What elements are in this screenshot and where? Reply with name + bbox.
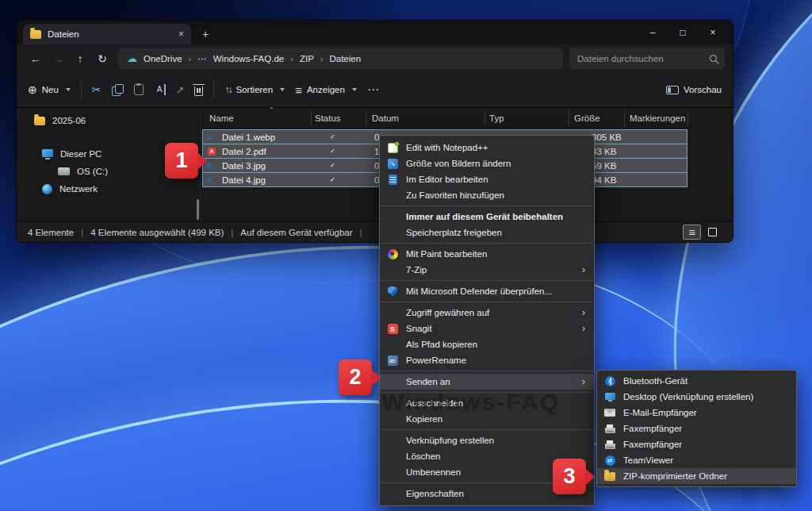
share-button[interactable]: ↗ (176, 84, 185, 96)
menu-item-kopieren[interactable]: Kopieren (380, 411, 594, 427)
search-icon[interactable] (710, 55, 717, 62)
icons-view-button[interactable] (703, 225, 722, 240)
breadcrumb-item[interactable]: Windows-FAQ.de (213, 54, 284, 63)
copy-icon (112, 84, 124, 95)
column-header-groesse[interactable]: Größe (574, 108, 600, 129)
menu-item-ausschneiden[interactable]: Ausschneiden (380, 395, 594, 411)
delete-button[interactable] (194, 84, 203, 96)
maximize-button[interactable]: □ (668, 27, 698, 38)
preview-button[interactable]: Vorschau (666, 85, 722, 94)
menu-item-mit-paint-bearbeiten[interactable]: Mit Paint bearbeiten (380, 246, 594, 262)
column-header-markierungen[interactable]: Markierungen (630, 108, 685, 129)
icon-spacer (386, 450, 399, 463)
menu-item-als-pfad-kopieren[interactable]: Als Pfad kopieren (380, 336, 594, 352)
menu-item-senden-an[interactable]: Senden an (380, 374, 594, 390)
icon-spacer (386, 306, 399, 319)
tab-dateien[interactable]: Dateien × (23, 24, 191, 44)
submenu-item-label: E-Mail-Empfänger (623, 408, 697, 417)
search-placeholder: Dateien durchsuchen (577, 54, 710, 63)
explorer-window: Dateien × + – □ × ← → ↑ ↻ ☁ OneDrive › ⋯… (16, 20, 733, 243)
send-to-submenu: Bluetooth-Gerät Desktop (Verknüpfung ers… (596, 370, 797, 487)
sidebar-scrollbar[interactable] (197, 199, 199, 220)
menu-item-defender-ueberpruefen[interactable]: Mit Microsoft Defender überprüfen... (380, 283, 594, 299)
file-size: 305 KB (592, 130, 622, 144)
menu-item-im-editor-bearbeiten[interactable]: Im Editor bearbeiten (380, 171, 594, 187)
minimize-button[interactable]: – (638, 27, 668, 38)
column-divider[interactable] (688, 110, 688, 126)
refresh-button[interactable]: ↻ (91, 52, 113, 65)
availability-status: Auf diesem Gerät verfügbar (240, 228, 352, 237)
file-name: Datei 1.webp (222, 130, 275, 144)
sidebar-item-netzwerk[interactable]: Netzwerk (17, 180, 200, 198)
menu-item-label: Mit Microsoft Defender überprüfen... (406, 286, 552, 296)
menu-item-speicherplatz-freigeben[interactable]: Speicherplatz freigeben (380, 225, 594, 240)
icon-spacer (386, 375, 399, 388)
menu-item-edit-with-notepadpp[interactable]: Edit with Notepad++ (380, 140, 594, 156)
column-divider[interactable] (569, 110, 569, 126)
cut-button[interactable]: ✂ (92, 83, 102, 96)
paste-button[interactable] (134, 84, 144, 95)
menu-item-7zip[interactable]: 7-Zip (380, 262, 594, 278)
icon-spacer (386, 338, 399, 351)
breadcrumb-item[interactable]: OneDrive (144, 54, 182, 63)
column-divider[interactable] (485, 110, 485, 126)
column-header-name[interactable]: Name (209, 108, 234, 129)
icon-spacer (386, 263, 399, 276)
command-toolbar: ⊕ Neu ✂ A ↗ ↑↓ Sortieren ≡ Anzeigen ⋯ (17, 72, 733, 108)
rename-button[interactable]: A (154, 84, 166, 95)
column-header-typ[interactable]: Typ (489, 108, 504, 129)
submenu-item-teamviewer[interactable]: TeamViewer (597, 452, 796, 468)
submenu-item-desktop-verknuepfung[interactable]: Desktop (Verknüpfung erstellen) (597, 389, 796, 405)
view-lines-icon: ≡ (295, 83, 302, 97)
view-button[interactable]: ≡ Anzeigen (295, 83, 357, 97)
back-button[interactable]: ← (25, 52, 47, 65)
submenu-item-label: Faxempfänger (623, 424, 682, 433)
explorer-content: 2025-06 Dieser PC OS (C:) Netzwerk Name (17, 108, 733, 221)
submenu-item-faxempfaenger-2[interactable]: Faxempfänger (597, 436, 796, 452)
sidebar-item-2025-06[interactable]: 2025-06 (17, 112, 200, 129)
desktop: Dateien × + – □ × ← → ↑ ↻ ☁ OneDrive › ⋯… (0, 0, 812, 511)
submenu-item-zip-komprimierter-ordner[interactable]: ZIP-komprimierter Ordner (597, 468, 796, 484)
menu-item-groesse-von-bildern-aendern[interactable]: Größe von Bildern ändern (380, 156, 594, 171)
copy-button[interactable] (112, 84, 124, 95)
new-button[interactable]: ⊕ Neu (28, 83, 71, 96)
more-options-button[interactable]: ⋯ (367, 83, 380, 97)
tab-close-icon[interactable]: × (178, 29, 184, 39)
submenu-item-faxempfaenger-1[interactable]: Faxempfänger (597, 421, 796, 436)
view-label: Anzeigen (307, 85, 345, 94)
chevron-down-icon (352, 88, 357, 91)
details-view-button[interactable]: ≡ (683, 225, 701, 240)
folder-icon (30, 30, 41, 39)
column-divider[interactable] (624, 110, 625, 126)
sort-button[interactable]: ↑↓ Sortieren (224, 84, 285, 95)
column-header-status[interactable]: Status (315, 108, 341, 129)
up-button[interactable]: ↑ (69, 52, 91, 65)
menu-item-label: Als Pfad kopieren (406, 340, 477, 349)
menu-item-powerrename[interactable]: PowerRename (380, 352, 594, 368)
menu-item-verknuepfung-erstellen[interactable]: Verknüpfung erstellen (380, 432, 594, 448)
menu-item-zugriff-gewaehren-auf[interactable]: Zugriff gewähren auf (380, 305, 594, 321)
column-header-datum[interactable]: Datum (372, 108, 399, 129)
breadcrumb-item[interactable]: Dateien (329, 54, 361, 63)
snagit-icon (386, 322, 399, 335)
menu-item-zu-favoriten-hinzufuegen[interactable]: Zu Favoriten hinzufügen (380, 187, 594, 203)
powerrename-icon (386, 354, 399, 367)
submenu-item-bluetooth-geraet[interactable]: Bluetooth-Gerät (597, 373, 796, 389)
submenu-item-email-empfaenger[interactable]: E-Mail-Empfänger (597, 405, 796, 421)
breadcrumb[interactable]: ☁ OneDrive › ⋯ Windows-FAQ.de › ZIP › Da… (118, 48, 563, 69)
status-bar: 4 Elemente | 4 Elemente ausgewählt (499 … (17, 221, 733, 242)
column-divider[interactable] (311, 110, 312, 126)
breadcrumb-item[interactable]: ZIP (300, 54, 314, 63)
menu-item-snagit[interactable]: Snagit (380, 321, 594, 336)
breadcrumb-ellipsis[interactable]: ⋯ (197, 53, 207, 64)
close-button[interactable]: × (698, 27, 728, 38)
forward-button[interactable]: → (47, 52, 69, 65)
column-divider[interactable] (366, 110, 366, 126)
search-input[interactable]: Dateien durchsuchen (569, 48, 725, 69)
context-menu: Edit with Notepad++ Größe von Bildern än… (379, 135, 595, 506)
new-tab-button[interactable]: + (202, 28, 209, 40)
menu-item-label: Ausschneiden (406, 398, 463, 408)
sidebar-item-label: Dieser PC (60, 149, 102, 159)
sort-arrows-icon: ↑↓ (224, 84, 231, 95)
menu-item-immer-auf-geraet-beibehalten[interactable]: Immer auf diesem Gerät beibehalten (380, 209, 594, 225)
